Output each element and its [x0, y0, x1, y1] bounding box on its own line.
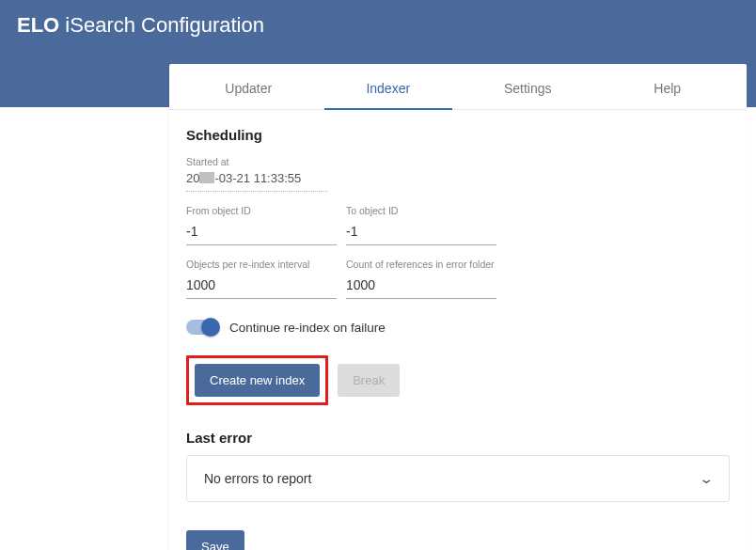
started-at-label: Started at — [186, 156, 730, 167]
tab-help[interactable]: Help — [598, 64, 738, 109]
to-id-label: To object ID — [346, 205, 496, 216]
redacted-segment — [199, 172, 214, 183]
continue-label: Continue re-index on failure — [229, 321, 386, 335]
config-panel: Updater Indexer Settings Help Scheduling… — [169, 64, 747, 550]
error-message: No errors to report — [204, 471, 311, 486]
app-title: ELO iSearch Configuration — [17, 13, 739, 38]
refs-label: Count of references in error folder — [346, 259, 496, 270]
continue-toggle[interactable] — [186, 320, 218, 335]
tab-settings[interactable]: Settings — [458, 64, 598, 109]
chevron-down-icon: ⌄ — [699, 471, 715, 486]
break-button: Break — [338, 364, 400, 397]
create-index-button[interactable]: Create new index — [195, 364, 320, 397]
tab-content: Scheduling Started at 20-03-21 11:33:55 … — [169, 110, 747, 550]
started-at-value: 20-03-21 11:33:55 — [186, 171, 327, 192]
from-id-label: From object ID — [186, 205, 337, 216]
toggle-knob — [201, 318, 220, 337]
tab-indexer[interactable]: Indexer — [319, 64, 459, 109]
error-expander[interactable]: No errors to report ⌄ — [186, 455, 730, 502]
last-error-title: Last error — [186, 430, 730, 446]
tab-bar: Updater Indexer Settings Help — [169, 64, 747, 110]
from-id-input[interactable] — [186, 220, 337, 245]
refs-input[interactable] — [346, 274, 496, 299]
scheduling-title: Scheduling — [186, 127, 730, 143]
to-id-input[interactable] — [346, 220, 496, 245]
tab-updater[interactable]: Updater — [179, 64, 319, 109]
started-at-field: Started at 20-03-21 11:33:55 — [186, 149, 730, 192]
highlight-box: Create new index — [186, 355, 328, 405]
save-button[interactable]: Save — [186, 530, 244, 550]
objects-input[interactable] — [186, 274, 337, 299]
objects-label: Objects per re-index interval — [186, 259, 337, 270]
